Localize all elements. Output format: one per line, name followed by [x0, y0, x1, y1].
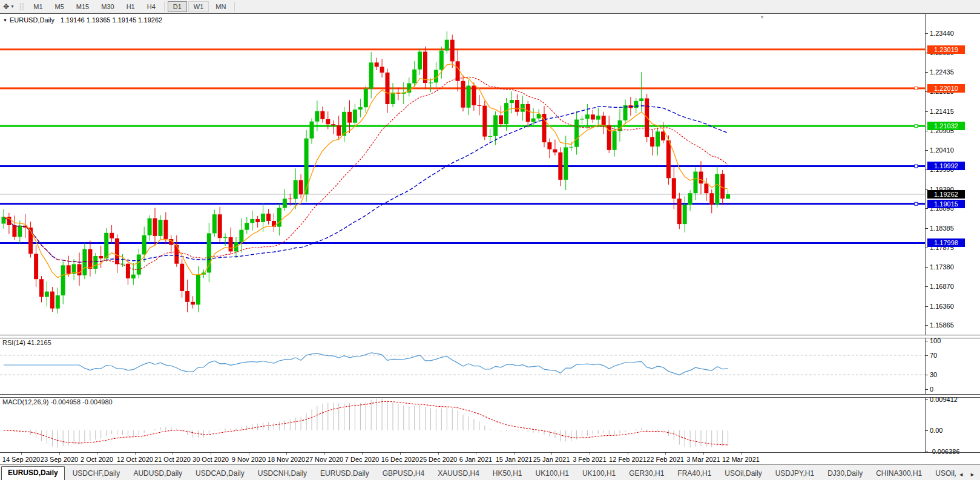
- chart-tab-fra40-h1[interactable]: FRA40,H1: [671, 467, 718, 480]
- chart-tab-usoil-daily[interactable]: USOil,Daily: [718, 467, 768, 480]
- rsi-axis-label: 0: [930, 386, 972, 393]
- time-axis-tickmark: [97, 453, 97, 455]
- time-axis-tickmark: [590, 453, 590, 455]
- chart-shift-marker-icon[interactable]: ▼: [760, 15, 765, 20]
- price-axis-label: 1.17380: [930, 263, 972, 271]
- chart-tab-eurusd-daily[interactable]: EURUSD,Daily: [314, 467, 376, 480]
- chart-tab-xauusd-h4[interactable]: XAUUSD,H4: [431, 467, 486, 480]
- toolbar-grip-icon: ┆┆: [17, 1, 27, 12]
- price-level-badge: 1.19992: [927, 162, 965, 170]
- timeframe-button-m30[interactable]: M30: [96, 1, 119, 12]
- timeframe-button-m1[interactable]: M1: [28, 1, 48, 12]
- timeframe-button-h1[interactable]: H1: [121, 1, 140, 12]
- chart-tab-china300-h1[interactable]: CHINA300,H1: [869, 467, 929, 480]
- timeframe-button-w1[interactable]: W1: [188, 1, 209, 12]
- timeframe-button-h4[interactable]: H4: [142, 1, 161, 12]
- macd-plot[interactable]: [0, 396, 925, 452]
- chart-tab-ger30-h1[interactable]: GER30,H1: [622, 467, 671, 480]
- price-axis-tickmark: [926, 267, 928, 268]
- chart-tab-usdcad-daily[interactable]: USDCAD,Daily: [189, 467, 251, 480]
- time-axis-tickmark: [665, 453, 666, 455]
- price-level-badge: 1.22010: [927, 84, 965, 93]
- time-axis-border: [0, 452, 980, 453]
- time-axis-tickmark: [362, 453, 363, 455]
- tab-scroll-left-button[interactable]: ◄: [955, 472, 967, 478]
- top-toolbar: ✥ ▼ ┆┆ M1M5M15M30H1H4D1W1MN: [0, 0, 980, 13]
- macd-axis-tickmark: [926, 399, 928, 400]
- price-axis-tickmark: [926, 33, 928, 34]
- rsi-axis-tickmark: [926, 341, 928, 341]
- tab-scroll-right-button[interactable]: ►: [967, 472, 978, 478]
- chart-tab-hk50-h1[interactable]: HK50,H1: [486, 467, 529, 480]
- time-axis-tickmark: [551, 453, 552, 455]
- time-axis-tickmark: [324, 453, 325, 455]
- pane-splitter[interactable]: [0, 335, 980, 338]
- price-axis-tickmark: [926, 325, 928, 326]
- chart-tab-gbpusd-h4[interactable]: GBPUSD,H4: [376, 467, 431, 480]
- price-axis-label: 1.16870: [930, 283, 972, 290]
- macd-axis-label: -0.006386: [930, 448, 972, 455]
- chart-tab-dj30-daily[interactable]: DJ30,Daily: [821, 467, 869, 480]
- chart-tab-bar: EURUSD,DailyUSDCHF,DailyAUDUSD,DailyUSDC…: [0, 464, 980, 480]
- rsi-indicator-label: RSI(14) 41.2165: [2, 339, 51, 346]
- chart-tab-usdchf-daily[interactable]: USDCHF,Daily: [66, 467, 127, 480]
- price-axis-tickmark: [926, 150, 928, 151]
- timeframe-button-m5[interactable]: M5: [50, 1, 70, 12]
- timeframe-button-mn[interactable]: MN: [210, 1, 231, 12]
- price-axis-tickmark: [926, 248, 928, 248]
- rsi-axis-tickmark: [926, 375, 928, 375]
- macd-axis-label: 0.00: [930, 427, 972, 434]
- price-axis-tickmark: [926, 208, 928, 209]
- time-axis-tickmark: [703, 453, 704, 455]
- time-axis-tickmark: [628, 453, 628, 455]
- time-axis-tickmark: [59, 453, 60, 455]
- price-axis-border: [925, 14, 926, 452]
- time-axis-tickmark: [249, 453, 249, 455]
- timeframe-button-m15[interactable]: M15: [71, 1, 94, 12]
- chart-symbol-period: EURUSD,Daily: [10, 16, 54, 24]
- pane-splitter[interactable]: [0, 394, 980, 398]
- time-axis-tickmark: [211, 453, 211, 455]
- price-axis-label: 1.21415: [930, 108, 972, 115]
- candlestick-plot[interactable]: [0, 14, 925, 335]
- price-axis-tickmark: [926, 228, 928, 229]
- price-axis-tickmark: [926, 111, 928, 112]
- price-axis-label: 1.22435: [930, 68, 972, 76]
- current-price-badge: 1.19262: [927, 190, 965, 199]
- chart-tab-uk100-h1[interactable]: UK100,H1: [576, 467, 622, 480]
- price-level-badge: 1.19015: [927, 200, 965, 208]
- price-axis-tickmark: [926, 286, 928, 287]
- time-axis-tickmark: [286, 453, 287, 455]
- time-axis-tickmark: [21, 453, 22, 455]
- chart-tab-usdjpy-h1[interactable]: USDJPY,H1: [769, 467, 821, 480]
- chart-tab-uk100-h1[interactable]: UK100,H1: [529, 467, 576, 480]
- crosshair-move-icon[interactable]: ✥: [0, 1, 10, 13]
- timeframe-button-d1[interactable]: D1: [168, 1, 187, 12]
- chart-tab-usdcnh-daily[interactable]: USDCNH,Daily: [251, 467, 314, 480]
- chart-window: ▼EURUSD,Daily1.19146 1.19365 1.19145 1.1…: [0, 13, 980, 464]
- price-axis-label: 1.16360: [930, 303, 972, 310]
- price-axis-tickmark: [926, 306, 928, 307]
- time-axis-tickmark: [135, 453, 136, 455]
- rsi-axis-label: 70: [930, 352, 972, 359]
- price-level-badge: 1.21032: [927, 122, 965, 130]
- macd-axis-tickmark: [926, 430, 928, 431]
- price-axis-tickmark: [926, 72, 928, 73]
- price-axis-label: 1.15865: [930, 321, 972, 329]
- chevron-down-icon[interactable]: ▼: [10, 4, 17, 8]
- price-axis-tickmark: [926, 131, 928, 131]
- rsi-plot[interactable]: [0, 337, 925, 394]
- chart-tab-eurusd-daily[interactable]: EURUSD,Daily: [1, 466, 65, 480]
- time-axis-tickmark: [173, 453, 173, 455]
- time-axis-tickmark: [400, 453, 401, 455]
- rsi-axis-label: 30: [930, 371, 972, 378]
- price-axis-label: 1.20410: [930, 146, 972, 154]
- chart-tab-audusd-daily[interactable]: AUDUSD,Daily: [127, 467, 189, 480]
- price-level-badge: 1.17998: [927, 238, 965, 247]
- time-axis-tickmark: [438, 453, 439, 455]
- collapse-arrow-icon[interactable]: ▼: [3, 18, 7, 22]
- chart-ohlc-values: 1.19146 1.19365 1.19145 1.19262: [61, 16, 162, 24]
- time-axis-label: 12 Mar 2021: [718, 456, 764, 463]
- macd-indicator-label: MACD(12,26,9) -0.004958 -0.004980: [2, 398, 113, 406]
- chart-title: ▼EURUSD,Daily1.19146 1.19365 1.19145 1.1…: [3, 16, 162, 24]
